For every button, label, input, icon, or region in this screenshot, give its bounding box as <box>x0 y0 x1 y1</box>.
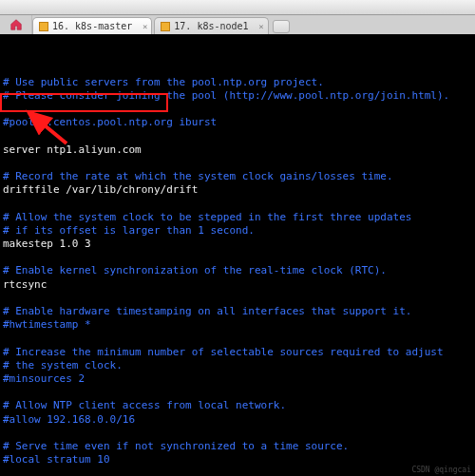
tab-label: 17. k8s-node1 <box>174 21 248 31</box>
terminal-line <box>3 157 472 170</box>
terminal-line: # Use public servers from the pool.ntp.o… <box>3 76 472 89</box>
tab-label: 16. k8s-master <box>52 21 132 31</box>
terminal-line: # the system clock. <box>3 359 472 372</box>
terminal-line <box>3 386 472 399</box>
tab-0[interactable]: 16. k8s-master× <box>32 17 152 34</box>
new-tab-button[interactable] <box>273 20 290 33</box>
terminal-line: # Record the rate at which the system cl… <box>3 170 472 183</box>
terminal-line: # Please consider joining the pool (http… <box>3 89 472 103</box>
close-icon[interactable]: × <box>142 22 147 31</box>
terminal-line: # Serve time even if not synchronized to… <box>3 440 472 453</box>
terminal-line <box>3 129 472 143</box>
terminal-line <box>3 427 472 440</box>
terminal-line: # Enable hardware timestamping on all in… <box>3 305 472 318</box>
terminal-line: # Increase the minimum number of selecta… <box>3 346 472 359</box>
terminal-line <box>3 292 472 305</box>
close-icon[interactable]: × <box>258 22 263 31</box>
terminal-line: # Allow the system clock to be stepped i… <box>3 211 472 224</box>
terminal-line: # Enable kernel synchronization of the r… <box>3 264 472 277</box>
terminal-line: # Allow NTP client access from local net… <box>3 399 472 412</box>
terminal-icon <box>161 22 170 31</box>
terminal-line: #pool 2.centos.pool.ntp.org iburst <box>3 116 472 129</box>
terminal-line: driftfile /var/lib/chrony/drift <box>3 183 472 197</box>
terminal-line <box>3 332 472 345</box>
terminal-line: rtcsync <box>3 278 472 292</box>
home-button[interactable] <box>0 15 32 34</box>
tab-1[interactable]: 17. k8s-node1× <box>154 17 268 34</box>
home-icon <box>10 18 23 31</box>
terminal-line: # if its offset is larger than 1 second. <box>3 224 472 238</box>
terminal-line <box>3 197 472 210</box>
terminal-line: server ntp1.aliyun.com <box>3 143 472 157</box>
terminal-icon <box>39 22 48 31</box>
terminal-line <box>3 103 472 116</box>
tab-strip: 16. k8s-master×17. k8s-node1× <box>0 15 475 34</box>
terminal-line <box>3 251 472 264</box>
window-titlebar <box>0 0 475 15</box>
terminal-line <box>3 467 472 477</box>
terminal-line: #hwtimestamp * <box>3 318 472 332</box>
terminal-line: #minsources 2 <box>3 372 472 386</box>
terminal-line: makestep 1.0 3 <box>3 238 472 251</box>
watermark: CSDN @qingcai <box>411 466 471 474</box>
terminal-content[interactable]: # Use public servers from the pool.ntp.o… <box>0 34 475 476</box>
terminal-line: #allow 192.168.0.0/16 <box>3 413 472 427</box>
terminal-line: #local stratum 10 <box>3 453 472 466</box>
